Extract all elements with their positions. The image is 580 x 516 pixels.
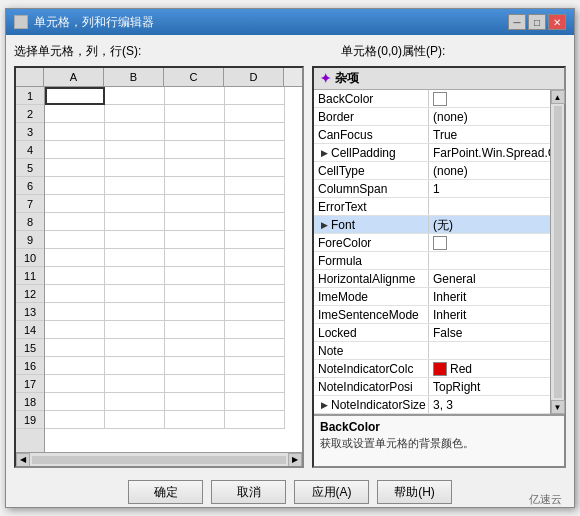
backcolor-swatch[interactable] — [433, 92, 447, 106]
cell-d16[interactable] — [225, 357, 285, 375]
cell-a16[interactable] — [45, 357, 105, 375]
cell-a5[interactable] — [45, 159, 105, 177]
cell-d14[interactable] — [225, 321, 285, 339]
maximize-button[interactable]: □ — [528, 14, 546, 30]
vertical-scrollbar[interactable]: ▲ ▼ — [550, 90, 564, 414]
scroll-down-arrow[interactable]: ▼ — [551, 400, 565, 414]
cell-c17[interactable] — [165, 375, 225, 393]
cell-b10[interactable] — [105, 249, 165, 267]
cell-b5[interactable] — [105, 159, 165, 177]
cell-b6[interactable] — [105, 177, 165, 195]
cell-a3[interactable] — [45, 123, 105, 141]
cell-d18[interactable] — [225, 393, 285, 411]
cell-b8[interactable] — [105, 213, 165, 231]
cell-c1[interactable] — [165, 87, 225, 105]
cell-a11[interactable] — [45, 267, 105, 285]
cell-b11[interactable] — [105, 267, 165, 285]
cell-c14[interactable] — [165, 321, 225, 339]
cell-a10[interactable] — [45, 249, 105, 267]
cell-d8[interactable] — [225, 213, 285, 231]
cell-c7[interactable] — [165, 195, 225, 213]
cell-a1[interactable] — [45, 87, 105, 105]
expand-font-icon[interactable]: ▶ — [321, 216, 328, 233]
scroll-left-arrow[interactable]: ◀ — [16, 453, 30, 467]
scroll-right-arrow[interactable]: ▶ — [288, 453, 302, 467]
cell-c5[interactable] — [165, 159, 225, 177]
grid-cells[interactable] — [45, 87, 302, 452]
prop-row-noteindicatorsize[interactable]: ▶NoteIndicatorSize 3, 3 — [314, 396, 550, 414]
prop-row-formula[interactable]: Formula — [314, 252, 550, 270]
cell-c15[interactable] — [165, 339, 225, 357]
expand-cellpadding-icon[interactable]: ▶ — [321, 144, 328, 161]
cell-b12[interactable] — [105, 285, 165, 303]
cell-b17[interactable] — [105, 375, 165, 393]
cell-c19[interactable] — [165, 411, 225, 429]
prop-row-imemode[interactable]: ImeMode Inherit — [314, 288, 550, 306]
scroll-track-v[interactable] — [554, 106, 562, 398]
cell-d15[interactable] — [225, 339, 285, 357]
scroll-track-h[interactable] — [32, 456, 286, 464]
cell-a4[interactable] — [45, 141, 105, 159]
cell-a15[interactable] — [45, 339, 105, 357]
cell-a17[interactable] — [45, 375, 105, 393]
cell-b2[interactable] — [105, 105, 165, 123]
cell-c8[interactable] — [165, 213, 225, 231]
cell-b13[interactable] — [105, 303, 165, 321]
close-button[interactable]: ✕ — [548, 14, 566, 30]
cell-d17[interactable] — [225, 375, 285, 393]
cell-b16[interactable] — [105, 357, 165, 375]
cell-c9[interactable] — [165, 231, 225, 249]
horizontal-scrollbar[interactable]: ◀ ▶ — [16, 452, 302, 466]
prop-row-noteindicatorpos[interactable]: NoteIndicatorPosi TopRight — [314, 378, 550, 396]
cell-c18[interactable] — [165, 393, 225, 411]
cell-c13[interactable] — [165, 303, 225, 321]
cell-a12[interactable] — [45, 285, 105, 303]
cell-d5[interactable] — [225, 159, 285, 177]
cell-a8[interactable] — [45, 213, 105, 231]
cell-a7[interactable] — [45, 195, 105, 213]
scroll-up-arrow[interactable]: ▲ — [551, 90, 565, 104]
cell-d10[interactable] — [225, 249, 285, 267]
cell-a14[interactable] — [45, 321, 105, 339]
cell-a18[interactable] — [45, 393, 105, 411]
prop-row-forecolor[interactable]: ForeColor — [314, 234, 550, 252]
cell-c10[interactable] — [165, 249, 225, 267]
cell-b14[interactable] — [105, 321, 165, 339]
cell-d2[interactable] — [225, 105, 285, 123]
prop-row-imesentencemode[interactable]: ImeSentenceMode Inherit — [314, 306, 550, 324]
cell-c3[interactable] — [165, 123, 225, 141]
cell-b3[interactable] — [105, 123, 165, 141]
cell-a19[interactable] — [45, 411, 105, 429]
cell-b19[interactable] — [105, 411, 165, 429]
cell-d11[interactable] — [225, 267, 285, 285]
prop-row-noteindicatorcolor[interactable]: NoteIndicatorColc Red — [314, 360, 550, 378]
cell-b1[interactable] — [105, 87, 165, 105]
cell-a6[interactable] — [45, 177, 105, 195]
prop-row-note[interactable]: Note — [314, 342, 550, 360]
cell-b18[interactable] — [105, 393, 165, 411]
cell-a13[interactable] — [45, 303, 105, 321]
cell-d19[interactable] — [225, 411, 285, 429]
cell-c11[interactable] — [165, 267, 225, 285]
prop-row-canfocus[interactable]: CanFocus True — [314, 126, 550, 144]
cell-c12[interactable] — [165, 285, 225, 303]
cell-d12[interactable] — [225, 285, 285, 303]
cell-c6[interactable] — [165, 177, 225, 195]
expand-noteindicatorsize-icon[interactable]: ▶ — [321, 396, 328, 413]
prop-row-locked[interactable]: Locked False — [314, 324, 550, 342]
cell-d3[interactable] — [225, 123, 285, 141]
prop-row-font[interactable]: ▶Font (无) — [314, 216, 550, 234]
cell-d9[interactable] — [225, 231, 285, 249]
prop-row-halign[interactable]: HorizontalAlignme General — [314, 270, 550, 288]
cell-a2[interactable] — [45, 105, 105, 123]
cell-b15[interactable] — [105, 339, 165, 357]
cell-d1[interactable] — [225, 87, 285, 105]
cell-d6[interactable] — [225, 177, 285, 195]
cell-a9[interactable] — [45, 231, 105, 249]
cell-d4[interactable] — [225, 141, 285, 159]
prop-row-backcolor[interactable]: BackColor — [314, 90, 550, 108]
noteindicatorcolor-swatch[interactable] — [433, 362, 447, 376]
prop-row-cellpadding[interactable]: ▶CellPadding FarPoint.Win.Spread.C — [314, 144, 550, 162]
cell-c2[interactable] — [165, 105, 225, 123]
forecolor-swatch[interactable] — [433, 236, 447, 250]
